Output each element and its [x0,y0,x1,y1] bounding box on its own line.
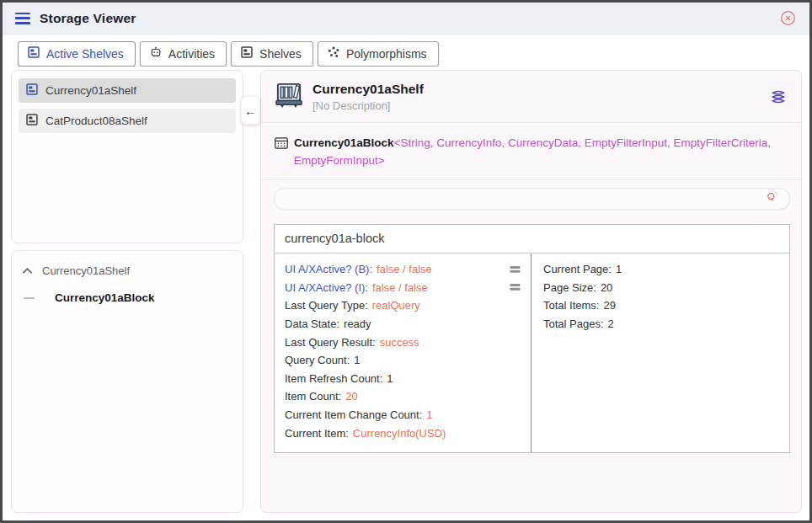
left-column: Currency01aShelf CatProduct08aShelf Curr… [11,70,243,513]
list-item-label: Currency01aShelf [45,84,136,97]
back-arrow-icon: ← [244,104,257,118]
shelf-icon [26,114,38,128]
tab-label: Polymorphisms [346,47,427,61]
tab-bar: Active Shelves Activities Shelves Polymo… [3,35,809,67]
tree-node-label: Currency01aShelf [42,264,130,277]
stat-row-total-items: Total Items: 29 [543,296,779,315]
tree-node-block[interactable]: Currency01aBlock [22,291,232,304]
block-icon [275,136,288,154]
shelf-icon [26,83,38,98]
block-stats-left-column: UI A/XActive? (B): false / false UI A/XA… [275,253,532,452]
block-stats-box: currency01a-block UI A/XActive? (B): fal… [274,224,790,453]
shelf-list-item-currency01a[interactable]: Currency01aShelf [19,78,236,103]
list-item-label: CatProduct08aShelf [45,115,147,127]
tab-label: Activities [168,47,215,61]
storage-viewer-window: Storage Viewer Active Shelves Activities… [0,0,812,523]
layers-icon[interactable] [770,88,787,105]
block-stats-right-column: Current Page: 1 Page Size: 20 Total Item… [532,253,789,452]
tips-bar[interactable] [274,188,790,210]
stat-row-last-query-type: Last Query Type: realQuery [285,296,524,315]
tree-leaf-dash-icon [24,297,35,299]
stat-row-data-state: Data State: ready [285,315,524,334]
tab-activities[interactable]: Activities [140,41,227,67]
menu-icon[interactable] [15,13,30,24]
stat-row-total-pages: Total Pages: 2 [543,315,779,334]
tab-polymorphisms[interactable]: Polymorphisms [318,41,439,67]
tree-node-label: Currency01aBlock [55,291,155,304]
tab-active-shelves[interactable]: Active Shelves [18,41,136,67]
page-title: Storage Viewer [40,11,136,26]
tab-shelves[interactable]: Shelves [231,41,313,67]
stat-row-item-refresh-count: Item Refresh Count: 1 [285,370,524,388]
shelf-list-item-catproduct08a[interactable]: CatProduct08aShelf [19,109,236,133]
block-name: Currency01aBlock [294,136,394,149]
tab-label: Shelves [259,47,302,61]
divider [261,179,801,180]
block-box-title: currency01a-block [275,225,789,253]
bookshelf-icon [275,83,303,112]
shelf-icon [28,46,40,61]
detail-panel: Currency01aShelf [No Description] [260,70,802,513]
chevron-up-icon[interactable] [22,264,33,277]
tab-label: Active Shelves [46,47,124,61]
main-area: Currency01aShelf CatProduct08aShelf Curr… [3,67,809,520]
lightbulb-icon[interactable] [766,190,778,207]
close-icon[interactable] [779,10,796,27]
detail-header: Currency01aShelf [No Description] [261,71,801,122]
stat-row-ui-active-b: UI A/XActive? (B): false / false [285,260,524,279]
stat-row-last-query-result: Last Query Result: success [285,333,524,351]
detail-description: [No Description] [313,99,424,112]
tree-node-shelf[interactable]: Currency01aShelf [22,264,232,277]
shelf-icon [241,46,253,61]
stat-row-ui-active-i: UI A/XActive? (I): false / false [285,279,524,297]
block-signature: Currency01aBlock<String, CurrencyInfo, C… [261,123,801,179]
shelf-list-panel: Currency01aShelf CatProduct08aShelf [11,70,243,243]
stat-row-page-size: Page Size: 20 [543,279,779,297]
drag-handle-icon[interactable] [510,283,521,291]
title-bar: Storage Viewer [3,3,809,35]
shelf-tree-panel: Currency01aShelf Currency01aBlock [11,250,243,513]
drag-handle-icon[interactable] [510,265,521,274]
collapse-panel-button[interactable]: ← [241,96,260,125]
stat-row-item-count: Item Count: 20 [285,387,524,406]
panel-splitter[interactable]: ← [243,70,260,513]
detail-title: Currency01aShelf [313,82,424,97]
stat-row-current-item: Current Item: CurrencyInfo(USD) [285,424,524,442]
stat-row-current-page: Current Page: 1 [543,260,779,279]
robot-icon [150,46,162,61]
scatter-icon [328,46,339,61]
stat-row-query-count: Query Count: 1 [285,351,524,370]
stat-row-current-item-change-count: Current Item Change Count: 1 [285,406,524,424]
